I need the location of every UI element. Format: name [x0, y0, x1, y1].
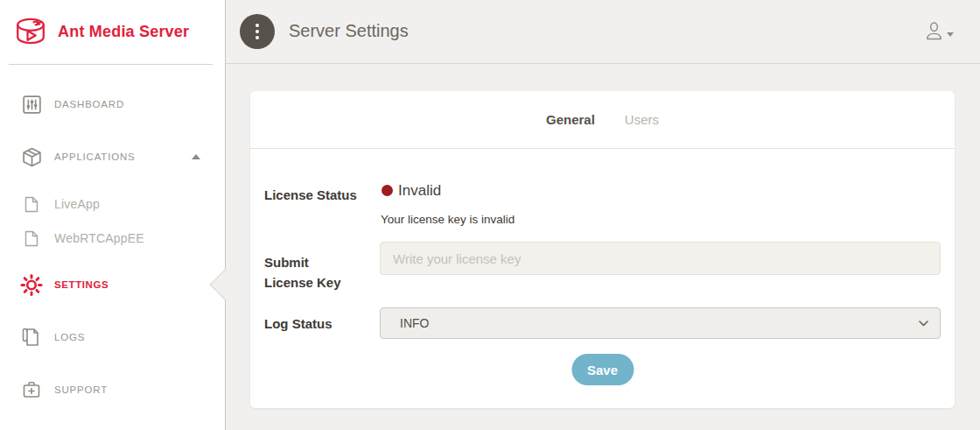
sidebar-item-label: LOGS	[54, 332, 85, 342]
file-icon	[24, 195, 39, 213]
server-settings-card: General Users License Status Invalid You…	[250, 91, 955, 408]
support-icon	[20, 378, 43, 401]
tabs-divider	[250, 148, 955, 149]
sidebar-item-webrtcappee[interactable]: WebRTCAppEE	[0, 221, 225, 256]
submit-license-label: Submit License Key	[264, 252, 343, 293]
sidebar-item-dashboard[interactable]: DASHBOARD	[0, 87, 225, 122]
content-area: General Users License Status Invalid You…	[226, 64, 980, 430]
sidebar-item-applications[interactable]: APPLICATIONS	[0, 139, 225, 174]
kebab-menu-icon[interactable]	[240, 14, 275, 49]
sidebar-item-settings[interactable]: SETTINGS	[0, 267, 225, 302]
brand-logo[interactable]: Ant Media Server	[0, 0, 225, 64]
topbar: Server Settings	[226, 0, 980, 64]
sidebar-item-support[interactable]: SUPPORT	[0, 372, 225, 407]
tab-general[interactable]: General	[546, 112, 595, 127]
license-key-input[interactable]	[380, 242, 941, 275]
sidebar-item-label: WebRTCAppEE	[54, 231, 144, 245]
sidebar-divider	[9, 64, 213, 65]
user-menu[interactable]	[925, 21, 954, 41]
log-status-label: Log Status	[264, 316, 332, 331]
sidebar-item-label: DASHBOARD	[54, 99, 124, 109]
sidebar-item-label: SETTINGS	[54, 279, 108, 290]
sidebar-item-liveapp[interactable]: LiveApp	[0, 187, 225, 222]
applications-icon	[20, 145, 43, 168]
tabs: General Users	[250, 112, 955, 127]
license-status-label: License Status	[264, 187, 357, 202]
log-status-select[interactable]: INFO	[380, 307, 941, 339]
logs-icon	[20, 326, 43, 349]
main-area: Server Settings General Users License St…	[226, 0, 980, 430]
dashboard-icon	[20, 93, 43, 116]
chevron-down-icon	[919, 321, 928, 327]
save-button[interactable]: Save	[571, 354, 634, 385]
license-status-value: Invalid	[398, 182, 441, 200]
page-title: Server Settings	[289, 21, 409, 41]
brand-name: Ant Media Server	[58, 23, 189, 41]
file-icon	[24, 229, 39, 247]
status-dot	[382, 185, 393, 196]
chevron-down-icon	[947, 32, 954, 37]
sidebar: Ant Media Server DASHBOARD APPLICATIONS	[0, 0, 226, 430]
collapse-caret-icon[interactable]	[192, 154, 200, 159]
ant-media-logo-icon	[12, 15, 49, 50]
sidebar-item-logs[interactable]: LOGS	[0, 320, 225, 355]
log-status-selected-value: INFO	[400, 316, 429, 330]
license-status-detail: Your license key is invalid	[381, 213, 514, 226]
sidebar-item-label: LiveApp	[54, 197, 100, 211]
user-icon	[925, 21, 943, 41]
gear-icon	[20, 273, 43, 296]
tab-users[interactable]: Users	[625, 112, 659, 127]
sidebar-item-label: SUPPORT	[54, 384, 108, 395]
sidebar-item-label: APPLICATIONS	[54, 152, 135, 162]
